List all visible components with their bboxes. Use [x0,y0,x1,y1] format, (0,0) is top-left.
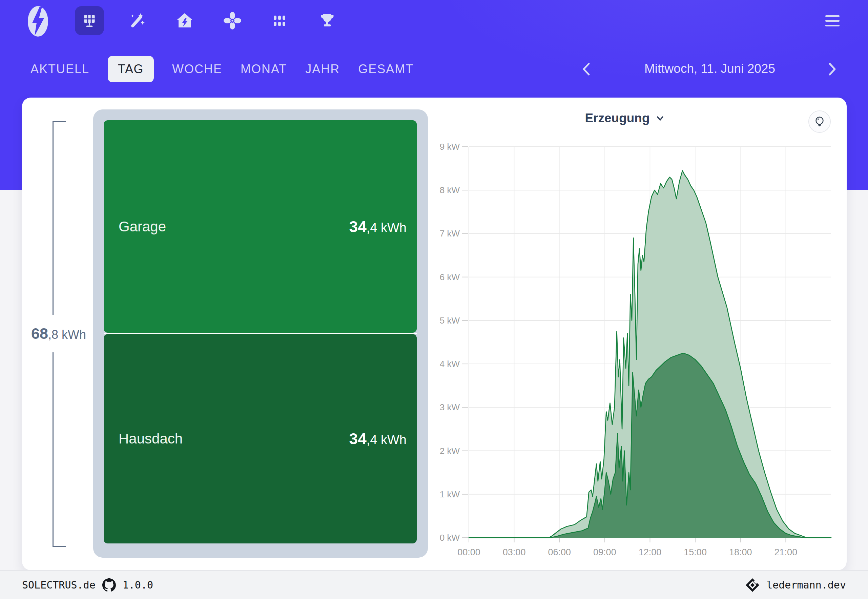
svg-text:12:00: 12:00 [639,547,662,557]
segment-label: Hausdach [119,430,183,447]
nav-button-fan[interactable] [224,12,241,30]
svg-text:09:00: 09:00 [593,547,616,557]
svg-text:21:00: 21:00 [775,547,797,557]
svg-text:18:00: 18:00 [729,547,752,557]
tab-tag[interactable]: TAG [108,56,154,82]
nav-button-apps[interactable] [271,12,288,30]
svg-text:1 kW: 1 kW [440,489,460,500]
chevron-down-icon [655,113,665,123]
footer-site-link[interactable]: SOLECTRUS.de [22,579,96,591]
nav-button-house[interactable] [176,12,194,30]
svg-text:8 kW: 8 kW [440,185,460,195]
svg-text:3 kW: 3 kW [440,402,460,412]
fan-icon [224,12,241,30]
period-tabs: AKTUELL TAG WOCHE MONAT JAHR GESAMT [30,56,414,83]
ledermann-logo-icon[interactable] [745,578,760,592]
prev-day-button[interactable] [581,61,593,77]
footer: SOLECTRUS.de 1.0.0 ledermann.dev [0,570,868,599]
svg-text:00:00: 00:00 [457,547,480,557]
tab-woche[interactable]: WOCHE [172,62,222,76]
svg-text:9 kW: 9 kW [440,141,460,152]
tab-gesamt[interactable]: GESAMT [358,62,414,76]
house-energy-icon [176,12,194,30]
current-date-label[interactable]: Mittwoch, 11. Juni 2025 [639,62,781,76]
main-card: 68,8 kWh Garage 34,4 kWh Hausdach 34,4 k… [22,98,847,570]
segment-value: 34,4 kWh [349,430,406,448]
svg-text:2 kW: 2 kW [440,446,460,456]
tip-button[interactable] [808,110,831,133]
segment-label: Garage [119,218,166,235]
tab-aktuell[interactable]: AKTUELL [30,62,89,76]
chart-type-dropdown[interactable]: Erzeugung [585,111,665,125]
grid-dots-icon [271,12,288,30]
production-segments-panel: Garage 34,4 kWh Hausdach 34,4 kWh [93,110,428,558]
top-navigation [0,0,868,42]
svg-text:06:00: 06:00 [548,547,571,557]
github-icon[interactable] [102,578,116,592]
footer-credit-link[interactable]: ledermann.dev [766,579,846,591]
svg-text:15:00: 15:00 [684,547,707,557]
segment-value: 34,4 kWh [349,218,406,236]
chevron-left-icon [581,61,593,77]
tab-monat[interactable]: MONAT [241,62,287,76]
svg-text:0 kW: 0 kW [440,533,460,543]
chevron-right-icon [826,61,838,77]
lightbulb-icon [814,116,826,128]
nav-button-trophy[interactable] [319,12,336,30]
segment-hausdach[interactable]: Hausdach 34,4 kWh [104,334,417,543]
segment-garage[interactable]: Garage 34,4 kWh [104,120,417,333]
svg-text:7 kW: 7 kW [440,228,460,239]
svg-text:6 kW: 6 kW [440,272,460,282]
nav-button-wand[interactable] [128,12,146,30]
app-version: 1.0.0 [123,579,153,591]
solar-panel-icon [81,12,98,29]
svg-text:5 kW: 5 kW [440,315,460,326]
magic-wand-icon [128,12,146,30]
menu-icon[interactable] [825,15,839,26]
next-day-button[interactable] [826,61,838,77]
production-area-chart[interactable]: 0 kW1 kW2 kW3 kW4 kW5 kW6 kW7 kW8 kW9 kW… [439,138,844,565]
total-production-label: 68,8 kWh [22,315,95,352]
trophy-icon [319,12,336,30]
svg-text:03:00: 03:00 [503,547,526,557]
svg-text:4 kW: 4 kW [440,359,460,369]
tab-jahr[interactable]: JAHR [305,62,340,76]
nav-button-solar[interactable] [75,6,104,35]
app-logo[interactable] [27,5,49,37]
